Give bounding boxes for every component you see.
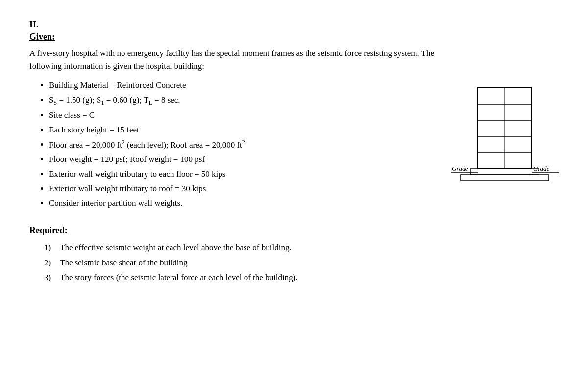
intro-text: A five-story hospital with no emergency … [29,47,446,72]
bullet-weights: Floor weight = 120 psf; Roof weight = 10… [49,152,431,167]
required-item-1: 1) The effective seismic weight at each … [44,240,559,256]
required-item-2: 2) The seismic base shear of the buildin… [44,256,559,271]
bullet-building-material: Building Material – Reinforced Concrete [49,78,431,93]
bullet-ext-wall-roof: Exterior wall weight tributary to roof =… [49,182,431,196]
svg-rect-7 [461,175,549,181]
svg-rect-6 [470,169,539,175]
required-title: Required: [29,225,559,235]
bullet-floor-area: Floor area = 20,000 ft2 (each level); Ro… [49,137,431,152]
section-number: II. [29,20,559,30]
svg-text:Grade: Grade [452,165,468,172]
bullet-partition: Consider interior partition wall weights… [49,196,431,210]
building-diagram: Grade Grade [451,83,559,198]
given-bullet-list: Building Material – Reinforced Concrete … [29,78,431,210]
bullet-seismic-params: SS = 1.50 (g); S1 = 0.60 (g); TL = 8 sec… [49,93,431,108]
given-title: Given: [29,32,559,42]
bullet-site-class: Site class = C [49,108,431,123]
required-item-3: 3) The story forces (the seismic lateral… [44,270,559,286]
required-section: Required: 1) The effective seismic weigh… [29,225,559,286]
bullet-story-height: Each story height = 15 feet [49,123,431,137]
svg-text:Grade: Grade [533,165,549,172]
bullet-ext-wall-floor: Exterior wall weight tributary to each f… [49,167,431,182]
required-list: 1) The effective seismic weight at each … [29,240,559,286]
